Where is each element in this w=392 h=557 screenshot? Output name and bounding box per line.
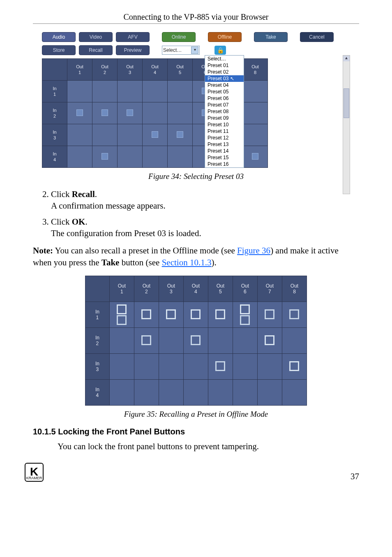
- matrix-cell[interactable]: [134, 302, 159, 328]
- matrix-cell[interactable]: [243, 146, 268, 168]
- matrix-cell[interactable]: [183, 328, 208, 354]
- matrix-cell[interactable]: [233, 328, 257, 354]
- matrix-cell[interactable]: [118, 146, 143, 168]
- preset-option[interactable]: Preset 12: [205, 135, 244, 141]
- matrix-cell[interactable]: [92, 146, 118, 168]
- tab-online[interactable]: Online: [162, 32, 196, 42]
- cancel-button[interactable]: Cancel: [300, 32, 334, 42]
- matrix-cell[interactable]: [257, 302, 282, 328]
- preview-button[interactable]: Preview: [116, 45, 150, 55]
- lock-button[interactable]: 🔒: [214, 46, 226, 55]
- preset-option[interactable]: Preset 11: [205, 128, 244, 135]
- matrix-cell[interactable]: [118, 81, 143, 102]
- matrix-cell[interactable]: [143, 102, 168, 124]
- figure-36-link[interactable]: Figure 36: [237, 246, 270, 255]
- preset-option[interactable]: Preset 06: [205, 95, 244, 102]
- preset-option[interactable]: Preset 01: [205, 62, 244, 69]
- matrix-cell[interactable]: [67, 146, 92, 168]
- matrix-cell[interactable]: [92, 124, 118, 146]
- matrix-cell[interactable]: [109, 302, 134, 328]
- preset-option[interactable]: Preset 05: [205, 88, 244, 95]
- matrix-cell[interactable]: [208, 302, 233, 328]
- tab-video[interactable]: Video: [79, 32, 113, 42]
- matrix-cell[interactable]: [159, 302, 183, 328]
- matrix-cell[interactable]: [143, 146, 168, 168]
- matrix-cell[interactable]: [282, 380, 307, 406]
- preset-option[interactable]: Preset 04: [205, 82, 244, 88]
- matrix-cell[interactable]: [134, 380, 159, 406]
- matrix-cell[interactable]: [92, 81, 118, 102]
- preset-option[interactable]: Preset 14: [205, 148, 244, 154]
- preset-option[interactable]: Preset 08: [205, 108, 244, 115]
- matrix-cell[interactable]: [208, 380, 233, 406]
- preset-option[interactable]: Preset 07: [205, 102, 244, 108]
- recall-button[interactable]: Recall: [79, 45, 113, 55]
- route-marker-icon: [141, 335, 151, 345]
- matrix-cell[interactable]: [233, 354, 257, 380]
- step-3-text: Click OK.: [51, 217, 88, 227]
- matrix-cell[interactable]: [134, 328, 159, 354]
- preset-option[interactable]: Preset 13: [205, 141, 244, 148]
- matrix-cell[interactable]: [282, 354, 307, 380]
- matrix-cell[interactable]: [168, 124, 193, 146]
- matrix-cell[interactable]: [168, 102, 193, 124]
- scroll-thumb[interactable]: [344, 88, 349, 118]
- matrix-cell[interactable]: [92, 102, 118, 124]
- matrix-cell[interactable]: [233, 380, 257, 406]
- matrix-cell[interactable]: [208, 328, 233, 354]
- matrix-cell[interactable]: [67, 124, 92, 146]
- section-10-1-3-link[interactable]: Section 10.1.3: [162, 258, 212, 267]
- matrix-cell[interactable]: [143, 124, 168, 146]
- store-button[interactable]: Store: [42, 45, 76, 55]
- matrix-cell[interactable]: [159, 354, 183, 380]
- matrix-cell[interactable]: [282, 328, 307, 354]
- matrix-cell[interactable]: [183, 302, 208, 328]
- preset-select[interactable]: Select… ▾: [162, 46, 200, 55]
- take-button[interactable]: Take: [254, 32, 288, 42]
- matrix-cell[interactable]: [168, 81, 193, 102]
- chevron-down-icon[interactable]: ▾: [191, 46, 198, 54]
- matrix-cell[interactable]: [118, 102, 143, 124]
- tab-offline[interactable]: Offline: [208, 32, 242, 42]
- matrix-cell[interactable]: [134, 354, 159, 380]
- matrix-cell[interactable]: [257, 380, 282, 406]
- scrollbar[interactable]: ▲: [343, 55, 350, 194]
- matrix-cell[interactable]: [282, 302, 307, 328]
- matrix-col-header: Out5: [208, 276, 233, 302]
- matrix-cell[interactable]: [243, 102, 268, 124]
- matrix-cell[interactable]: [257, 354, 282, 380]
- offline-matrix: Out1 Out2 Out3 Out4 Out5 Out6 Out7 Out8 …: [85, 276, 307, 406]
- matrix-cell[interactable]: [257, 328, 282, 354]
- matrix-cell[interactable]: [233, 302, 257, 328]
- matrix-cell[interactable]: [243, 81, 268, 102]
- tab-audio[interactable]: Audio: [42, 32, 76, 42]
- matrix-col-header: Out2: [92, 59, 118, 81]
- preset-option[interactable]: Preset 16: [205, 161, 244, 167]
- scroll-up-icon[interactable]: ▲: [343, 56, 350, 61]
- matrix-cell[interactable]: [208, 354, 233, 380]
- matrix-cell[interactable]: [67, 102, 92, 124]
- matrix-cell[interactable]: [159, 328, 183, 354]
- matrix-col-header: Out2: [134, 276, 159, 302]
- matrix-corner: [85, 276, 110, 302]
- matrix-cell[interactable]: [67, 81, 92, 102]
- preset-dropdown[interactable]: Select… Preset 01 Preset 02 Preset 03↖ P…: [205, 55, 244, 168]
- matrix-cell[interactable]: [109, 328, 134, 354]
- tab-afv[interactable]: AFV: [116, 32, 150, 42]
- preset-option[interactable]: Preset 09: [205, 115, 244, 121]
- matrix-cell[interactable]: [118, 124, 143, 146]
- matrix-cell[interactable]: [109, 380, 134, 406]
- matrix-cell[interactable]: [159, 380, 183, 406]
- preset-option-selected[interactable]: Preset 03↖: [205, 75, 244, 82]
- matrix-cell[interactable]: [183, 354, 208, 380]
- preset-option[interactable]: Preset 15: [205, 154, 244, 161]
- matrix-cell[interactable]: [183, 380, 208, 406]
- preset-option[interactable]: Select…: [205, 56, 244, 62]
- matrix-cell[interactable]: [168, 146, 193, 168]
- matrix-cell[interactable]: [143, 81, 168, 102]
- preset-option[interactable]: Preset 10: [205, 121, 244, 128]
- route-marker-icon: [215, 309, 225, 319]
- matrix-cell[interactable]: [243, 124, 268, 146]
- preset-option[interactable]: Preset 02: [205, 69, 244, 75]
- matrix-cell[interactable]: [109, 354, 134, 380]
